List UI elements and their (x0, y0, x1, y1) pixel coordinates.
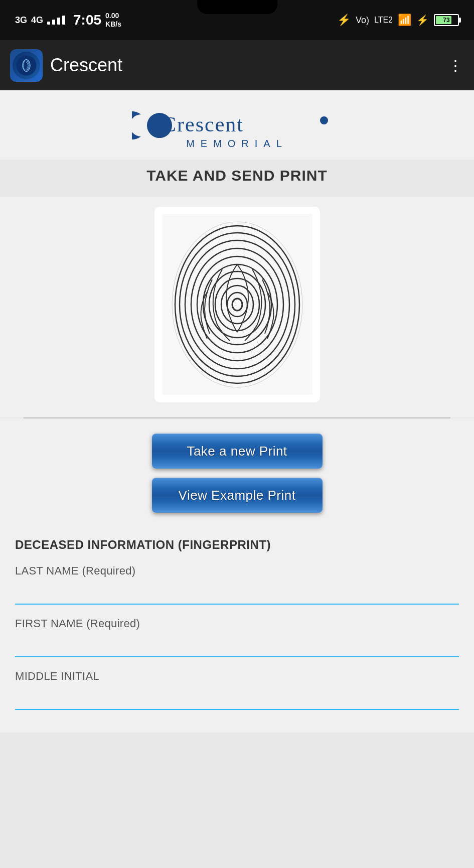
view-example-print-button[interactable]: View Example Print (152, 478, 323, 513)
status-right: ⚡ Vo) LTE2 📶 ⚡ 73 (337, 14, 459, 27)
wifi-icon: 📶 (398, 14, 411, 27)
fingerprint-container (0, 197, 474, 417)
middle-initial-label: MIDDLE INITIAL (15, 670, 459, 683)
last-name-input[interactable] (15, 583, 459, 605)
first-name-field: FIRST NAME (Required) (15, 617, 459, 657)
app-logo-inner (13, 52, 40, 79)
status-time: 7:05 (73, 12, 101, 28)
charging-icon: ⚡ (416, 14, 429, 26)
brand-subtitle: MEMORIAL (0, 138, 474, 150)
svg-point-0 (17, 55, 37, 75)
app-header-left: Crescent (10, 49, 122, 82)
signal-bars-icon (47, 16, 65, 25)
form-section: DECEASED INFORMATION (FINGERPRINT) LAST … (0, 528, 474, 733)
take-new-print-button[interactable]: Take a new Print (152, 433, 323, 469)
middle-initial-field: MIDDLE INITIAL (15, 670, 459, 717)
volte-icon: Vo) (356, 15, 369, 26)
app-title: Crescent (50, 55, 122, 76)
app-header: Crescent ⋮ (0, 40, 474, 90)
fingerprint-svg (162, 214, 312, 395)
lifeprint-logo-svg (15, 54, 38, 77)
buttons-area: Take a new Print View Example Print (0, 418, 474, 528)
last-name-field: LAST NAME (Required) (15, 564, 459, 605)
form-section-title: DECEASED INFORMATION (FINGERPRINT) (15, 538, 459, 552)
first-name-input[interactable] (15, 635, 459, 657)
first-name-label: FIRST NAME (Required) (15, 617, 459, 630)
fingerprint-image (154, 207, 320, 402)
status-left: 3G 4G 7:05 0.00KB/s (15, 12, 121, 29)
svg-point-2 (320, 116, 328, 124)
page-heading: TAKE AND SEND PRINT (0, 167, 474, 184)
network-4g: 4G (31, 15, 43, 26)
bluetooth-icon: ⚡ (337, 14, 351, 27)
network-3g: 3G (15, 15, 27, 26)
svg-text:Crescent: Crescent (162, 113, 244, 136)
brand-header: Crescent MEMORIAL (0, 90, 474, 160)
last-name-label: LAST NAME (Required) (15, 564, 459, 577)
main-content: Crescent MEMORIAL TAKE AND SEND PRINT (0, 90, 474, 868)
battery-indicator: 73 (434, 14, 459, 26)
app-logo-icon (10, 49, 43, 82)
data-speed: 0.00KB/s (105, 12, 121, 29)
middle-initial-input[interactable] (15, 688, 459, 710)
overflow-menu-button[interactable]: ⋮ (448, 57, 464, 74)
lte-label: LTE2 (374, 16, 393, 25)
phone-notch (197, 0, 277, 14)
battery-percent: 73 (443, 17, 449, 24)
